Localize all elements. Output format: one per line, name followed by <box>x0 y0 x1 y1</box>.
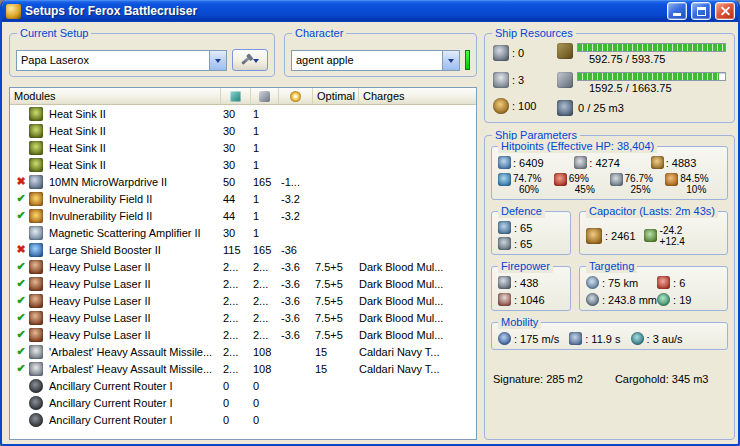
sensor-strength-value: : 19 <box>673 294 691 306</box>
close-button[interactable] <box>715 2 735 20</box>
kinetic-resist-icon <box>610 173 623 186</box>
table-row[interactable]: ✖ 10MN MicroWarpdrive II 50 165 -1... <box>10 173 476 190</box>
pulse-laser-icon <box>29 294 43 308</box>
table-row[interactable]: Ancillary Current Router I 0 0 <box>10 394 476 411</box>
table-row[interactable]: ✔ Heavy Pulse Laser II 2... 2... -3.6 7.… <box>10 258 476 275</box>
current-setup-dropdown-button[interactable] <box>209 51 226 70</box>
speedometer-icon <box>498 332 511 345</box>
table-row[interactable]: ✔ Heavy Pulse Laser II 2... 2... -3.6 7.… <box>10 292 476 309</box>
table-row[interactable]: Heat Sink II 30 1 <box>10 156 476 173</box>
module-cpu: 30 <box>221 125 251 137</box>
module-cap-use: -1... <box>279 176 313 188</box>
module-name: 10MN MicroWarpdrive II <box>49 176 221 188</box>
modules-table-header: Modules Optimal Charges <box>10 88 476 105</box>
table-row[interactable]: ✔ Invulnerability Field II 44 1 -3.2 <box>10 207 476 224</box>
scan-resolution-value: : 243.8 mm <box>602 294 657 306</box>
defence-group: Defence : 65 : 65 <box>491 211 571 255</box>
thermal-resist-shield: 69% <box>569 173 595 184</box>
module-cap-use: -3.6 <box>279 295 313 307</box>
table-row[interactable]: ✔ Heavy Pulse Laser II 2... 2... -3.6 7.… <box>10 326 476 343</box>
column-header-powergrid[interactable] <box>251 88 279 104</box>
shield-recharge-icon <box>498 221 511 234</box>
module-cpu: 30 <box>221 142 251 154</box>
shield-defence: : 65 <box>498 221 564 234</box>
table-row[interactable]: ✔ Heavy Pulse Laser II 2... 2... -3.6 7.… <box>10 275 476 292</box>
dronebay-resource: 0 / 25 m3 <box>557 100 726 116</box>
table-row[interactable]: Heat Sink II 30 1 <box>10 139 476 156</box>
table-row[interactable]: Heat Sink II 30 1 <box>10 122 476 139</box>
launcher-firepower-value: : 1046 <box>514 294 545 306</box>
current-setup-group: Current Setup Papa Laserox <box>9 33 275 77</box>
calibration-icon <box>493 98 509 114</box>
table-row[interactable]: ✔ 'Arbalest' Heavy Assault Missile... 2.… <box>10 360 476 377</box>
scan-resolution-icon <box>586 293 599 306</box>
titlebar[interactable]: Setups for Ferox Battlecruiser <box>2 0 738 22</box>
capacitor-balance: -24.2 +12.4 <box>644 225 685 247</box>
module-cap-use: -36 <box>279 244 313 256</box>
cpu-value: 592.75 / 593.75 <box>577 52 726 65</box>
cpu-header-icon <box>230 91 241 102</box>
table-row[interactable]: ✖ Large Shield Booster II 115 165 -36 <box>10 241 476 258</box>
targeting-range: : 75 km <box>586 276 657 289</box>
power-router-icon <box>29 379 43 393</box>
module-powergrid: 165 <box>251 176 279 188</box>
column-header-cpu[interactable] <box>221 88 251 104</box>
powergrid-icon <box>557 72 573 88</box>
hardpoints-column: : 0 : 3 : 100 <box>491 43 557 118</box>
module-powergrid: 1 <box>251 227 279 239</box>
module-name: Heavy Pulse Laser II <box>49 329 221 341</box>
table-row[interactable]: Magnetic Scattering Amplifier II 30 1 <box>10 224 476 241</box>
module-status-icon: ✖ <box>13 173 29 190</box>
column-header-charges[interactable]: Charges <box>359 88 476 104</box>
em-resist-armor: 60% <box>513 184 541 195</box>
module-cap-use: -3.6 <box>279 261 313 273</box>
module-powergrid: 1 <box>251 142 279 154</box>
module-powergrid: 1 <box>251 125 279 137</box>
module-powergrid: 108 <box>251 363 279 375</box>
pulse-laser-icon <box>29 260 43 274</box>
module-name: Invulnerability Field II <box>49 210 221 222</box>
table-row[interactable]: ✔ 'Arbalest' Heavy Assault Missile... 2.… <box>10 343 476 360</box>
structure-hp-value: : 4883 <box>666 157 697 169</box>
shield-hp: : 6409 <box>498 156 568 169</box>
column-header-capacitor[interactable] <box>279 88 313 104</box>
character-group: Character agent apple <box>284 33 477 77</box>
column-header-modules[interactable]: Modules <box>10 88 221 104</box>
minimize-button[interactable] <box>667 2 687 20</box>
character-dropdown-button[interactable] <box>442 51 459 70</box>
module-name: Magnetic Scattering Amplifier II <box>49 227 221 239</box>
targeting-title: Targeting <box>586 260 637 273</box>
module-optimal: 7.5+5 <box>313 261 359 273</box>
module-cpu: 0 <box>221 414 251 426</box>
invuln-field-icon <box>29 192 43 206</box>
warp-speed-icon <box>631 332 644 345</box>
table-row[interactable]: ✔ Invulnerability Field II 44 1 -3.2 <box>10 190 476 207</box>
pulse-laser-icon <box>29 277 43 291</box>
table-row[interactable]: ✔ Heavy Pulse Laser II 2... 2... -3.6 7.… <box>10 309 476 326</box>
column-header-optimal[interactable]: Optimal <box>313 88 359 104</box>
module-status-icon: ✔ <box>13 326 29 343</box>
sensor-strength-icon <box>657 293 670 306</box>
launcher-hardpoints-value: : 3 <box>512 74 524 86</box>
signature-radius: Signature: 285 m2 <box>493 373 583 385</box>
align-time: : 11.9 s <box>569 332 620 345</box>
table-row[interactable]: Ancillary Current Router I 0 0 <box>10 377 476 394</box>
table-row[interactable]: Heat Sink II 30 1 <box>10 105 476 122</box>
turret-hardpoints-value: : 0 <box>512 47 524 59</box>
explosive-resist-shield: 84.5% <box>680 173 708 184</box>
module-powergrid: 0 <box>251 414 279 426</box>
module-name: Ancillary Current Router I <box>49 414 221 426</box>
module-cpu: 2... <box>221 278 251 290</box>
resource-bars-column: 592.75 / 593.75 1592.5 / 1663.75 0 / 25 … <box>557 43 728 118</box>
skill-level-indicator <box>465 50 470 70</box>
maximize-button[interactable] <box>691 2 711 20</box>
character-combobox[interactable]: agent apple <box>291 50 460 71</box>
character-label: Character <box>292 27 346 40</box>
setup-tools-button[interactable] <box>232 49 268 71</box>
shield-defence-value: : 65 <box>514 222 532 234</box>
module-powergrid: 0 <box>251 380 279 392</box>
current-setup-combobox[interactable]: Papa Laserox <box>16 50 227 71</box>
ship-resources-group: Ship Resources : 0 : 3 : 100 <box>484 33 735 123</box>
table-row[interactable]: Ancillary Current Router I 0 0 <box>10 411 476 428</box>
module-name: Heat Sink II <box>49 159 221 171</box>
